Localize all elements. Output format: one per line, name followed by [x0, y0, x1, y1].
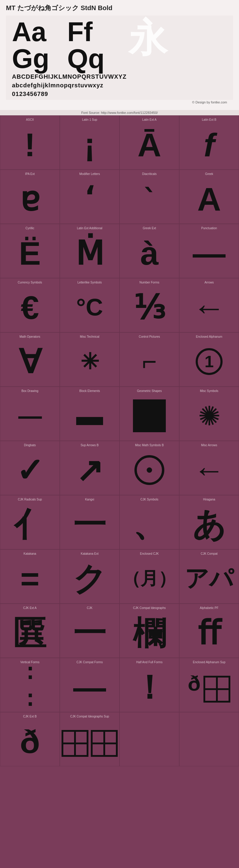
cell-boxdrawing: Box Drawing ─: [0, 386, 60, 441]
cell-cjkcompatideographssup: CJK Compat Ideographs Sup: [60, 712, 120, 766]
preview-uppercase: ABCDEFGHIJKLMNOPQRSTUVWXYZ: [6, 72, 233, 81]
preview-digits: 0123456789: [6, 89, 233, 98]
cell-suparrows: Sup Arrows B ↗: [60, 441, 120, 495]
cell-cjkcompat: CJK Compat アパ: [179, 549, 239, 603]
cell-cjk: CJK 一: [60, 603, 120, 658]
cell-misctechnical: Misc Technical ✳: [60, 332, 120, 386]
header: MT たづがね角ゴシック StdN Bold Aa Gg Ff Qq 永 ABC…: [0, 0, 239, 115]
cell-dingbats: Dingbats ✓: [0, 441, 60, 495]
cell-miscarrows: Misc Arrows ←: [179, 441, 239, 495]
cell-greekext: Greek Ext à: [120, 224, 179, 278]
cell-currency: Currency Symbols €: [0, 278, 60, 332]
cell-cjkexta: CJK Ext A 㔵: [0, 603, 60, 658]
cell-blockelements: Block Elements ▬: [60, 386, 120, 441]
cell-enclosedalphanumsup: Enclosed Alphanum Sup ð: [179, 658, 239, 712]
cell-arrows: Arrows ←: [179, 278, 239, 332]
cell-punctuation: Punctuation —: [179, 224, 239, 278]
cell-controlpic: Control Pictures ⌐: [120, 332, 179, 386]
preview-lowercase: abcdefghijklmnopqrstuvwxyz: [6, 81, 233, 89]
cell-ipaext: IPA Ext ɐ: [0, 169, 60, 224]
preview-kanji: 永: [129, 16, 167, 60]
cell-cjkcompatideographs: CJK Compat Ideographs 欄: [120, 603, 179, 658]
preview-gg: Gg: [12, 45, 49, 72]
cell-cjkextb: CJK Ext B ð: [0, 712, 60, 766]
cell-greek: Greek Α: [179, 169, 239, 224]
cell-hiragana: Hiragana あ: [179, 495, 239, 549]
cell-mathops: Math Operators ∀: [0, 332, 60, 386]
preview-ff: Ff: [67, 19, 105, 45]
cell-latin1sup: Latin 1 Sup ¡: [60, 115, 120, 169]
cell-empty-1: [120, 712, 179, 766]
cell-geoshapes: Geometric Shapes: [120, 386, 179, 441]
cell-cyrillic: Cyrillic Ё: [0, 224, 60, 278]
copyright-text: © Design by fontke.com: [192, 100, 227, 104]
cell-halfandfull: Half And Full Forms ！: [120, 658, 179, 712]
cell-miscmathb: Misc Math Symbols B: [120, 441, 179, 495]
cell-alphabeticpf: Alphabetic PF ﬀ: [179, 603, 239, 658]
cell-cjksymbols: CJK Symbols 、: [120, 495, 179, 549]
character-grid: ASCII ! Latin 1 Sup ¡ Latin Ext A Ā Lati…: [0, 115, 239, 766]
font-title: MT たづがね角ゴシック StdN Bold: [6, 4, 233, 12]
cell-latinextadd: Latin Ext Additional Ṁ: [60, 224, 120, 278]
cell-katakanaext: Katakana Ext ク: [60, 549, 120, 603]
black-rectangle: [133, 399, 166, 432]
cell-kangxi: Kangxi 一: [60, 495, 120, 549]
cell-latinexta: Latin Ext A Ā: [120, 115, 179, 169]
cell-enclosedcjk: Enclosed CJK （月）: [120, 549, 179, 603]
cell-miscsymbols: Misc Symbols ✺: [179, 386, 239, 441]
cell-ascii: ASCII !: [0, 115, 60, 169]
cell-modletters: Modifier Letters ʻ: [60, 169, 120, 224]
cell-verticalforms: Vertical Forms ∶∶: [0, 658, 60, 712]
cell-letterlike: Letterlike Symbols °C: [60, 278, 120, 332]
font-source: Font Source: http://www.fontke.com/font/…: [0, 110, 239, 115]
cell-cjkradicals: CJK Radicals Sup ⺅: [0, 495, 60, 549]
cell-latinextb: Latin Ext B f: [179, 115, 239, 169]
cell-enclosedalphanum: Enclosed Alphanum 1: [179, 332, 239, 386]
cell-numforms: Number Forms ⅓: [120, 278, 179, 332]
cell-katakana: Katakana =: [0, 549, 60, 603]
preview-aa: Aa: [12, 19, 49, 45]
preview-qq: Qq: [67, 45, 105, 72]
cell-empty-2: [179, 712, 239, 766]
cell-diacriticals: Diacriticals ˋ: [120, 169, 179, 224]
cell-cjkcompatforms: CJK Compat Forms —: [60, 658, 120, 712]
